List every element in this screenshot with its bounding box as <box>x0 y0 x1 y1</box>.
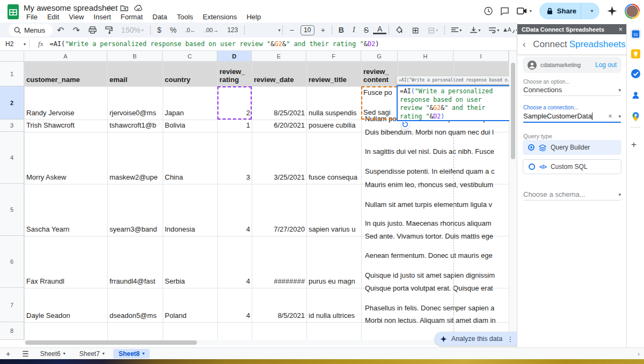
column-header-A[interactable]: A <box>24 51 107 62</box>
horizontal-align-icon[interactable]: ▾ <box>447 27 466 33</box>
share-dropdown-icon[interactable]: ▾ <box>587 9 597 13</box>
formula-input[interactable]: =AI("Write a personalized response based… <box>49 40 517 48</box>
format-currency-icon[interactable]: $ <box>153 26 166 34</box>
undo-icon[interactable]: ↶ <box>53 25 68 35</box>
sheets-logo-icon[interactable] <box>7 4 19 20</box>
schema-select[interactable]: Choose a schema...▾ <box>523 190 621 198</box>
version-history-icon[interactable] <box>484 6 493 16</box>
cell-edit-box[interactable]: =AI("Write a personalizedresponse based … <box>397 85 511 121</box>
cell-F4[interactable]: fusce consequa <box>307 132 361 184</box>
menu-edit[interactable]: Edit <box>43 12 63 21</box>
get-add-ons-icon[interactable]: + <box>631 139 636 150</box>
select-all-corner[interactable] <box>0 51 24 62</box>
paint-format-icon[interactable] <box>101 26 117 34</box>
tabbar-scroll-right-icon[interactable]: › <box>638 351 640 357</box>
cell-F7[interactable]: id nulla ultrices <box>307 288 361 322</box>
menu-extensions[interactable]: Extensions <box>199 12 241 21</box>
sidebar-close-icon[interactable]: × <box>618 25 623 33</box>
cell-B5[interactable]: syearn3@band <box>108 184 163 236</box>
fill-color-icon[interactable] <box>391 26 407 34</box>
cell-A6[interactable]: Fax Rraundl <box>25 236 107 288</box>
italic-icon[interactable]: I <box>348 26 360 34</box>
row-header-2[interactable]: 2 <box>0 86 24 120</box>
increase-decimals-icon[interactable]: .00→ <box>200 27 223 33</box>
clear-connection-icon[interactable]: × <box>608 113 612 120</box>
column-header-F[interactable]: F <box>306 51 361 62</box>
all-sheets-icon[interactable]: ☰ <box>16 350 35 358</box>
document-title[interactable]: My awesome spreadsheet <box>24 3 118 12</box>
row-header-6[interactable]: 6 <box>0 236 24 288</box>
query-builder-option[interactable]: Query Builder <box>523 140 621 155</box>
gemini-sparkle-icon[interactable] <box>607 6 617 16</box>
cell-F5[interactable]: sapien varius u <box>307 184 361 236</box>
text-wrap-icon[interactable]: ▾ <box>485 27 503 33</box>
tab-sheet8[interactable]: Sheet8▾ <box>113 349 150 359</box>
tab-sheet6[interactable]: Sheet6▾ <box>35 349 71 359</box>
cell-D2[interactable]: 2 <box>218 86 252 120</box>
column-header-I[interactable]: I <box>453 51 509 62</box>
format-percent-icon[interactable]: % <box>165 26 180 34</box>
vertical-scrollbar[interactable] <box>509 51 517 340</box>
add-sheet-icon[interactable]: + <box>0 350 16 358</box>
cell-C5[interactable]: Indonesia <box>163 184 217 236</box>
cell-E4[interactable]: 3/25/2021 <box>252 132 306 184</box>
tasks-icon[interactable] <box>631 69 641 79</box>
cell-C4[interactable]: China <box>163 132 217 184</box>
decrease-decimals-icon[interactable]: .0← <box>181 27 200 33</box>
row-header-8[interactable]: 8 <box>0 322 24 340</box>
cell-B2[interactable]: rjervoise0@ms <box>108 86 163 120</box>
cell-D5[interactable]: 4 <box>218 184 252 236</box>
cell-C6[interactable]: Serbia <box>163 236 217 288</box>
menu-view[interactable]: View <box>65 12 87 21</box>
meet-menu[interactable]: ▾ <box>517 8 532 14</box>
cell-E7[interactable]: 8/5/2021 <box>252 288 306 322</box>
column-header-D[interactable]: D <box>217 51 252 62</box>
logout-link[interactable]: Log out <box>595 61 617 69</box>
menu-data[interactable]: Data <box>149 12 171 21</box>
keep-icon[interactable] <box>631 49 641 59</box>
cell-E6[interactable]: ######## <box>252 236 306 288</box>
cell-C2[interactable]: Japan <box>163 86 217 120</box>
spreadsheet-grid[interactable]: ABCDEFGHI12345678customer_nameemailcount… <box>0 51 517 340</box>
row-header-5[interactable]: 5 <box>0 184 24 236</box>
cell-E3[interactable]: 6/20/2021 <box>252 120 306 132</box>
row-header-3[interactable]: 3 <box>0 120 24 132</box>
cell-D3[interactable]: 1 <box>218 120 252 132</box>
menus-search-pill[interactable]: Menus <box>9 24 53 36</box>
zoom-select[interactable]: 150%▾ <box>117 26 148 34</box>
row-header-1[interactable]: 1 <box>0 62 24 86</box>
maps-icon[interactable] <box>631 112 641 122</box>
query-builder-radio[interactable] <box>528 144 535 151</box>
row-header-4[interactable]: 4 <box>0 132 24 184</box>
cell-F6[interactable]: purus eu magn <box>307 236 361 288</box>
back-chevron-icon[interactable]: ‹ <box>523 40 525 49</box>
cell-D1[interactable]: review_ rating <box>218 62 252 86</box>
calendar-icon[interactable]: 31 <box>631 29 641 39</box>
vertical-align-icon[interactable]: ▾ <box>466 27 485 33</box>
print-icon[interactable] <box>84 26 101 34</box>
decrease-font-size-icon[interactable]: − <box>285 26 298 34</box>
cell-D7[interactable]: 4 <box>218 288 252 322</box>
star-icon[interactable]: ☆ <box>106 4 113 11</box>
cell-F3[interactable]: posuere cubilia <box>307 120 361 132</box>
cell-A5[interactable]: Sascha Yearn <box>25 184 107 236</box>
cell-A7[interactable]: Dayle Seadon <box>25 288 107 322</box>
collapse-toolbar-icon[interactable]: ▲ <box>502 26 510 33</box>
connection-input[interactable]: SampleCustomerData × ▾ <box>523 112 621 120</box>
column-header-C[interactable]: C <box>163 51 217 62</box>
text-color-icon[interactable]: A <box>373 26 386 34</box>
cell-F2[interactable]: nulla suspendis <box>307 86 361 120</box>
font-size-input[interactable]: 10 <box>301 25 314 35</box>
name-box-dropdown-icon[interactable]: ▾ <box>24 42 26 47</box>
font-family-dropdown-icon[interactable]: ▾ <box>278 28 280 33</box>
increase-font-size-icon[interactable]: + <box>317 26 330 34</box>
strikethrough-icon[interactable]: S <box>360 26 373 34</box>
cell-B7[interactable]: dseadon5@ms <box>108 288 163 322</box>
bold-icon[interactable]: B <box>334 26 348 34</box>
cell-C7[interactable]: Poland <box>163 288 217 322</box>
cell-G1[interactable]: review_ content <box>362 62 398 86</box>
more-formats-icon[interactable]: 123 <box>223 26 242 34</box>
cell-C3[interactable]: Bolivia <box>163 120 217 132</box>
user-avatar[interactable] <box>625 4 640 19</box>
borders-icon[interactable]: ⊞ <box>407 25 423 35</box>
